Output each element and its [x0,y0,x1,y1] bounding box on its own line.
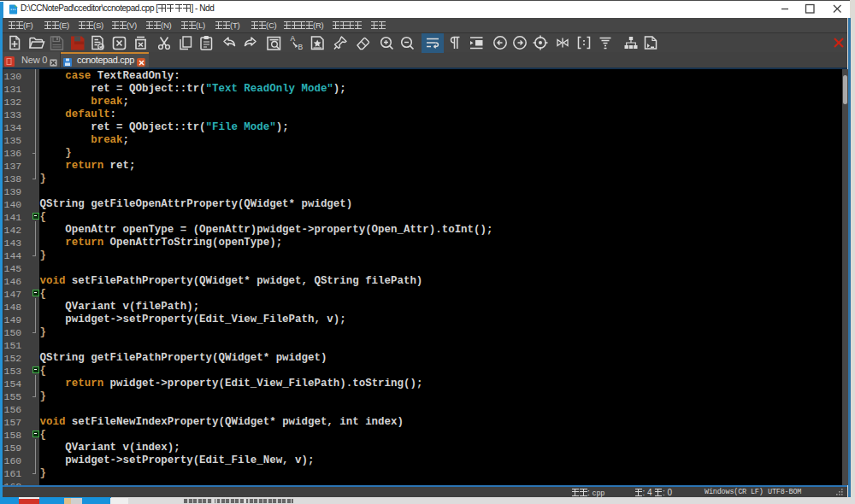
svg-text:B: B [298,43,304,51]
svg-text:A: A [291,34,296,43]
